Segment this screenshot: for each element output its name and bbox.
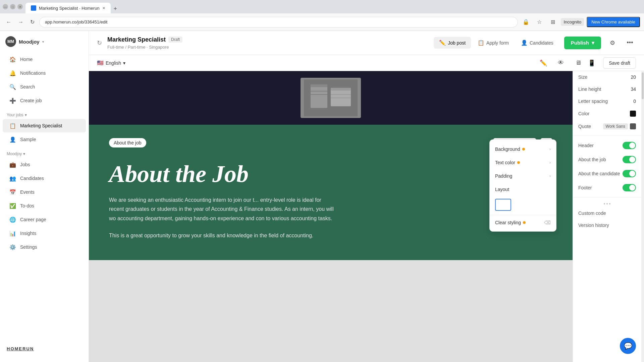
sidebar-item-todos[interactable]: ✅ To-dos — [3, 199, 86, 213]
chevron-down-icon: ▾ — [123, 60, 125, 66]
new-chrome-btn[interactable]: New Chrome available — [587, 17, 640, 27]
about-candidate-label: About the candidate — [578, 171, 620, 176]
layout-label: Layout — [495, 187, 509, 192]
form-icon: 📋 — [478, 40, 484, 46]
sidebar-item-sample[interactable]: 👤 Sample — [3, 133, 86, 146]
sidebar-item-search[interactable]: 🔍 Search — [3, 80, 86, 94]
star-icon[interactable]: ☆ — [534, 17, 545, 27]
background-dot — [522, 148, 525, 150]
refresh-icon[interactable]: ↻ — [97, 39, 102, 47]
editor-toolbar: 🇺🇸 English ▾ ✏️ 👁 🖥 📱 Save draft — [89, 55, 644, 71]
sidebar-item-create-job[interactable]: ➕ Create job — [3, 94, 86, 107]
sidebar-item-label: To-dos — [20, 203, 34, 208]
job-info: Marketing Specialist Draft Full-time / P… — [107, 36, 428, 50]
home-icon: 🏠 — [9, 56, 16, 63]
url-bar[interactable]: app.homerun.co/job/336451/edit — [39, 17, 518, 27]
header-toggle[interactable] — [623, 142, 636, 149]
new-tab-btn[interactable]: + — [111, 4, 120, 13]
settings-button[interactable]: ⚙ — [606, 37, 619, 49]
active-tab[interactable]: Marketing Specialist · Homerun ✕ — [25, 3, 111, 13]
about-job-toggle-row: About the job — [573, 153, 641, 167]
chat-button[interactable]: 💬 — [620, 338, 636, 354]
desktop-icon[interactable]: 🖥 — [572, 57, 584, 69]
sidebar-item-home[interactable]: 🏠 Home — [3, 53, 86, 66]
padding-label: Padding — [495, 173, 512, 179]
tab-view-icon[interactable]: ⊞ — [547, 17, 558, 27]
tab-close-btn[interactable]: ✕ — [102, 6, 105, 10]
sidebar-header[interactable]: MM Moodjoy ▾ — [0, 36, 89, 52]
more-options-button[interactable]: ••• — [624, 37, 636, 49]
language-selector[interactable]: 🇺🇸 English ▾ — [97, 60, 125, 66]
maximize-btn[interactable]: □ — [10, 4, 15, 9]
footer-toggle[interactable] — [623, 184, 636, 191]
about-body-extra: This is a great opportunity to grow your… — [109, 231, 337, 240]
dropdown-item-padding[interactable]: Padding › — [490, 169, 556, 183]
publish-button[interactable]: Publish ▾ — [564, 37, 601, 49]
people-icon: 👥 — [9, 175, 16, 182]
sidebar-item-label: Notifications — [20, 70, 46, 76]
bell-icon: 🔔 — [9, 70, 16, 76]
dropdown-item-background[interactable]: Background › — [490, 142, 556, 156]
custom-code-row[interactable]: Custom code — [573, 207, 641, 219]
calendar-icon: 📅 — [9, 189, 16, 195]
tab-bar: Marketing Specialist · Homerun ✕ + — [25, 0, 641, 13]
sidebar-item-insights[interactable]: 📊 Insights — [3, 227, 86, 240]
close-btn[interactable]: ✕ — [17, 4, 23, 9]
sidebar-item-notifications[interactable]: 🔔 Notifications — [3, 66, 86, 80]
edit-icon[interactable]: ✏️ — [537, 57, 549, 69]
sidebar-item-career-page[interactable]: 🌐 Career page — [3, 213, 86, 226]
main-content: ↻ Marketing Specialist Draft Full-time /… — [89, 31, 644, 362]
clear-dot — [523, 221, 526, 224]
tab-candidates[interactable]: 👤 Candidates — [516, 37, 559, 49]
chevron-down-icon: ▾ — [42, 40, 44, 44]
chevron-down-icon: ▾ — [23, 152, 25, 156]
quote-row: Quote Work Sans — [573, 120, 641, 133]
tab-apply-form[interactable]: 📋 Apply form — [472, 37, 514, 49]
editor-body: About the job 🎨 Appearance ••• About the… — [89, 71, 644, 362]
dot — [604, 203, 605, 204]
scrollbar-thumb[interactable] — [642, 72, 644, 99]
sidebar-item-label: Home — [20, 57, 33, 62]
quote-font-badge: Work Sans — [603, 123, 628, 129]
about-tag[interactable]: About the job — [109, 138, 146, 147]
about-candidate-toggle[interactable] — [623, 170, 636, 177]
dropdown-item-layout: Layout — [490, 183, 556, 196]
sidebar-item-events[interactable]: 📅 Events — [3, 185, 86, 199]
sidebar-item-label: Events — [20, 189, 35, 195]
minimize-btn[interactable]: — — [3, 4, 8, 9]
dropdown-item-text-color[interactable]: Text color › — [490, 156, 556, 169]
refresh-btn[interactable]: ↻ — [28, 17, 37, 26]
color-swatch[interactable] — [630, 111, 636, 117]
sidebar-item-settings[interactable]: ⚙️ Settings — [3, 240, 86, 254]
quote-color-swatch[interactable] — [630, 123, 636, 129]
editor-wrapper: 🇺🇸 English ▾ ✏️ 👁 🖥 📱 Save draft — [89, 55, 644, 362]
sidebar-item-label: Career page — [20, 217, 46, 222]
chevron-right-icon: › — [549, 160, 551, 165]
sidebar-item-jobs[interactable]: 💼 Jobs — [3, 158, 86, 171]
hero-section — [89, 71, 573, 125]
version-history-row[interactable]: Version history — [573, 219, 641, 231]
preview-icon[interactable]: 👁 — [555, 57, 567, 69]
scrollbar — [641, 71, 644, 362]
mobile-icon[interactable]: 📱 — [586, 57, 598, 69]
size-value: 20 — [631, 74, 636, 80]
window-controls[interactable]: — □ ✕ — [3, 4, 23, 9]
save-draft-button[interactable]: Save draft — [603, 57, 636, 69]
sidebar-item-candidates[interactable]: 👥 Candidates — [3, 172, 86, 185]
back-btn[interactable]: ← — [4, 18, 13, 26]
sidebar-item-label: Create job — [20, 98, 42, 103]
panel-divider-2 — [573, 197, 641, 198]
sidebar-item-marketing-specialist[interactable]: 📋 Marketing Specialist — [3, 119, 86, 132]
tab-job-post[interactable]: ✏️ Job post — [434, 37, 471, 49]
about-job-toggle[interactable] — [623, 156, 636, 163]
globe-icon: 🌐 — [9, 216, 16, 223]
clear-styling-btn[interactable]: Clear styling ⌫ — [490, 217, 556, 229]
header-toggle-row: Header — [573, 138, 641, 153]
forward-btn[interactable]: → — [16, 18, 25, 26]
dot — [609, 203, 610, 204]
person-icon: 👤 — [9, 136, 16, 143]
job-icon: 📋 — [9, 122, 16, 129]
about-candidate-toggle-row: About the candidate — [573, 167, 641, 181]
layout-box-1[interactable] — [495, 199, 511, 211]
svg-rect-3 — [311, 84, 327, 87]
